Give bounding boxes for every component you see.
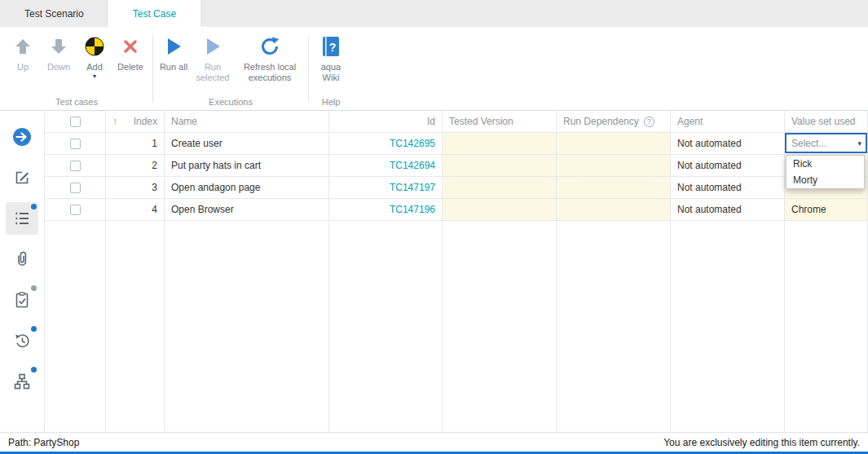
row-checkbox[interactable] xyxy=(70,161,81,171)
select-all-checkbox[interactable] xyxy=(70,117,81,127)
paperclip-icon xyxy=(13,250,31,268)
col-header-run-dependency[interactable]: Run Dependency ? xyxy=(557,111,671,133)
sidebar-item-attachments[interactable] xyxy=(6,243,38,275)
sidebar-item-test-case-list[interactable] xyxy=(6,202,38,235)
row-select-cell xyxy=(45,199,106,221)
up-button-label: Up xyxy=(17,62,29,73)
name-cell[interactable]: Put party hats in cart xyxy=(165,155,329,177)
ribbon: Up Down Add xyxy=(0,27,868,111)
combobox-placeholder: Select... xyxy=(791,138,826,149)
table-empty-area xyxy=(45,221,868,432)
id-link[interactable]: TC142695 xyxy=(329,133,443,155)
history-clock-icon xyxy=(13,332,31,350)
notification-dot xyxy=(31,367,37,372)
test-case-table: ↑ Index Name Id Tested Version Run Depen… xyxy=(45,111,868,432)
down-arrow-icon xyxy=(49,33,68,60)
down-button[interactable]: Down xyxy=(41,32,77,74)
row-checkbox[interactable] xyxy=(70,183,81,193)
name-cell[interactable]: Open andagon page xyxy=(165,177,329,199)
row-select-cell xyxy=(45,133,106,155)
table-row: 1 Create user TC142695 Not automated Sel… xyxy=(45,133,868,155)
delete-button[interactable]: Delete xyxy=(112,32,148,74)
sidebar-item-edit[interactable] xyxy=(6,161,38,194)
agent-cell[interactable]: Not automated xyxy=(671,155,785,177)
aqua-wiki-label: aqua Wiki xyxy=(315,62,347,83)
chevron-down-icon: ▾ xyxy=(857,139,861,148)
ribbon-separator xyxy=(152,35,153,102)
ribbon-tabbar: Test Scenario Test Case xyxy=(0,0,868,27)
id-link[interactable]: TC142694 xyxy=(329,155,443,177)
row-checkbox[interactable] xyxy=(70,205,81,215)
col-header-select xyxy=(45,111,106,133)
status-edit-message: You are exclusively editing this item cu… xyxy=(663,437,860,448)
value-set-combobox[interactable]: Select... ▾ xyxy=(785,133,867,153)
name-cell[interactable]: Open Browser xyxy=(165,199,329,221)
id-link[interactable]: TC147196 xyxy=(329,199,443,221)
edit-pencil-icon xyxy=(13,169,31,187)
value-set-cell[interactable]: Chrome xyxy=(785,199,868,221)
dropdown-option-rick[interactable]: Rick xyxy=(786,156,864,172)
refresh-icon xyxy=(259,33,280,60)
up-button[interactable]: Up xyxy=(5,32,41,74)
dropdown-option-morty[interactable]: Morty xyxy=(786,172,864,188)
tested-version-cell[interactable] xyxy=(443,155,557,177)
col-header-index-label: Index xyxy=(134,116,157,127)
list-icon xyxy=(13,209,31,227)
tested-version-cell[interactable] xyxy=(443,177,557,199)
aqua-wiki-button[interactable]: ? aqua Wiki xyxy=(313,32,349,85)
name-cell[interactable]: Create user xyxy=(165,133,329,155)
arrow-circle-icon xyxy=(11,126,33,148)
col-header-id[interactable]: Id xyxy=(329,111,443,133)
sidebar-item-navigate[interactable] xyxy=(6,121,38,153)
add-button-label: Add xyxy=(86,62,103,73)
index-cell: 4 xyxy=(106,199,165,221)
agent-cell[interactable]: Not automated xyxy=(671,133,785,155)
run-dependency-cell[interactable] xyxy=(557,155,671,177)
run-all-play-icon xyxy=(165,33,183,60)
row-checkbox[interactable] xyxy=(70,139,81,149)
col-header-value-set-used[interactable]: Value set used xyxy=(785,111,868,133)
sidebar-item-dependencies[interactable] xyxy=(6,365,38,398)
ribbon-group-label-help: Help xyxy=(313,95,349,110)
sidebar-item-history[interactable] xyxy=(6,324,38,357)
run-dependency-info-icon[interactable]: ? xyxy=(644,117,654,127)
col-header-index[interactable]: ↑ Index xyxy=(106,111,165,133)
agent-cell[interactable]: Not automated xyxy=(671,199,785,221)
run-all-button[interactable]: Run all xyxy=(157,32,190,74)
value-set-editor-cell: Select... ▾ Rick Morty xyxy=(785,133,868,155)
run-selected-button[interactable]: Run selected xyxy=(190,32,236,85)
tested-version-cell[interactable] xyxy=(443,133,557,155)
delete-x-icon xyxy=(122,33,139,60)
sidebar-item-tasks[interactable] xyxy=(6,284,38,316)
agent-cell[interactable]: Not automated xyxy=(671,177,785,199)
sidebar xyxy=(0,111,45,432)
notification-dot xyxy=(31,285,37,291)
run-dependency-cell[interactable] xyxy=(557,177,671,199)
row-select-cell xyxy=(45,155,106,177)
run-dependency-cell[interactable] xyxy=(557,199,671,221)
add-button[interactable]: Add ▾ xyxy=(77,32,112,82)
refresh-local-executions-button[interactable]: Refresh local executions xyxy=(236,32,304,85)
table-row: 4 Open Browser TC147196 Not automated Ch… xyxy=(45,199,868,221)
notification-dot xyxy=(31,204,37,209)
col-header-agent[interactable]: Agent xyxy=(671,111,785,133)
col-header-tested-version[interactable]: Tested Version xyxy=(443,111,557,133)
tab-test-scenario[interactable]: Test Scenario xyxy=(0,0,108,27)
table-header-row: ↑ Index Name Id Tested Version Run Depen… xyxy=(45,111,868,133)
id-link[interactable]: TC147197 xyxy=(329,177,443,199)
add-dropdown-caret-icon: ▾ xyxy=(93,73,96,80)
tested-version-cell[interactable] xyxy=(443,199,557,221)
tab-test-case[interactable]: Test Case xyxy=(108,0,200,27)
index-cell: 1 xyxy=(106,133,165,155)
value-set-dropdown-list: Rick Morty xyxy=(786,155,865,189)
run-dependency-cell[interactable] xyxy=(557,133,671,155)
notification-dot xyxy=(31,326,37,332)
run-selected-play-icon xyxy=(204,33,222,60)
up-arrow-icon xyxy=(13,33,33,60)
col-header-name[interactable]: Name xyxy=(165,111,329,133)
down-button-label: Down xyxy=(47,62,70,73)
svg-text:?: ? xyxy=(329,41,337,54)
ribbon-group-label-executions: Executions xyxy=(157,95,304,110)
delete-button-label: Delete xyxy=(117,62,143,73)
refresh-local-executions-label: Refresh local executions xyxy=(237,62,302,83)
